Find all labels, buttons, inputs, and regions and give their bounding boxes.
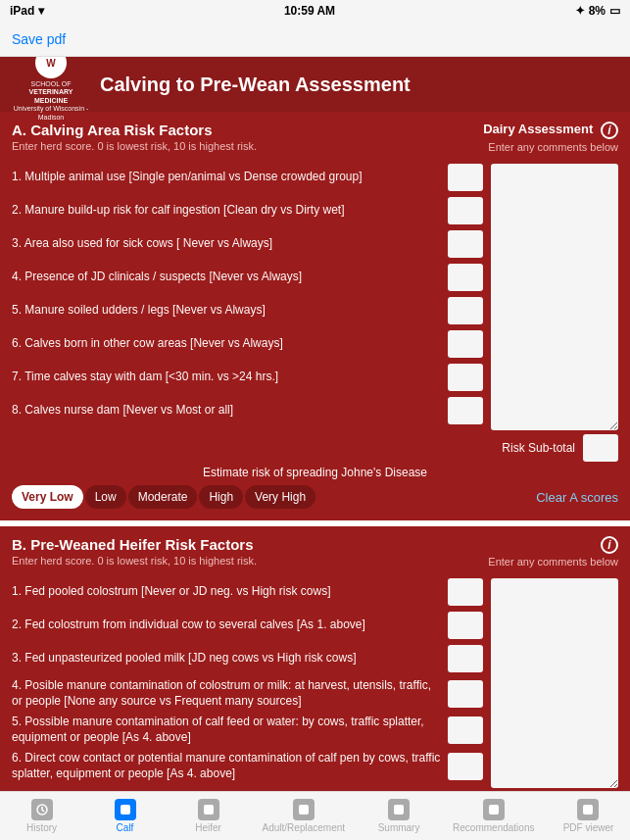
page-title: Calving to Pre-Wean Assessment [100, 74, 411, 96]
tab-recommendations-icon [483, 799, 505, 820]
wifi-icon: ▾ [38, 4, 44, 18]
risk-btn-moderate-a[interactable]: Moderate [128, 485, 198, 509]
section-a-comments-label: Enter any comments below [488, 141, 618, 153]
tab-pdf-viewer[interactable]: PDF viewer [558, 799, 617, 833]
list-item: 4. Posible manure contamination of colos… [12, 678, 483, 709]
risk-btn-low-a[interactable]: Low [85, 485, 126, 509]
item-a8-text: 8. Calves nurse dam [Never vs Most or al… [12, 403, 448, 419]
section-b-subtext: Enter herd score. 0 is lowest risk, 10 i… [12, 555, 488, 567]
logo-icon: W [46, 58, 55, 69]
list-item: 6. Calves born in other cow areas [Never… [12, 330, 483, 358]
item-b1-input[interactable] [448, 578, 483, 606]
item-a7-input[interactable] [448, 364, 483, 391]
risk-btn-very-low-a[interactable]: Very Low [12, 485, 83, 509]
svg-rect-6 [583, 805, 593, 815]
section-a-comments[interactable] [491, 164, 618, 430]
list-item: 6. Direct cow contact or potential manur… [12, 751, 483, 781]
tab-bar: History Calf Heifer Adult/Replacement Su… [0, 791, 630, 840]
item-a8-input[interactable] [448, 397, 483, 424]
list-item: 8. Calves nurse dam [Never vs Most or al… [12, 397, 483, 424]
item-a1-text: 1. Multiple animal use [Single pen/anima… [12, 170, 448, 185]
item-b2-text: 2. Fed colostrum from individual cow to … [12, 618, 448, 633]
dairy-assessment-label: Dairy Assessment [483, 122, 593, 136]
section-a-items-list: 1. Multiple animal use [Single pen/anima… [12, 164, 483, 430]
section-b-comments[interactable] [491, 578, 618, 788]
section-b-items-with-comment: 1. Fed pooled colostrum [Never or JD neg… [12, 578, 618, 788]
tab-pdf-viewer-icon [577, 799, 599, 820]
section-a-top: A. Calving Area Risk Factors Enter herd … [12, 122, 618, 160]
section-a-subtotal-input[interactable] [583, 434, 618, 462]
item-a3-input[interactable] [448, 230, 483, 258]
list-item: 5. Manure soiled udders / legs [Never vs… [12, 297, 483, 324]
item-b3-input[interactable] [448, 645, 483, 672]
tab-heifer-icon [198, 799, 219, 820]
svg-rect-1 [121, 805, 130, 815]
item-b5-text: 5. Possible manure contamination of calf… [12, 715, 448, 745]
tab-recommendations-label: Recommendations [453, 822, 534, 833]
save-pdf-button[interactable]: Save pdf [12, 31, 66, 47]
list-item: 2. Fed colostrum from individual cow to … [12, 612, 483, 639]
section-b-items-list: 1. Fed pooled colostrum [Never or JD neg… [12, 578, 483, 788]
item-b2-input[interactable] [448, 612, 483, 639]
clear-a-scores-button[interactable]: Clear A scores [536, 490, 618, 505]
tab-summary[interactable]: Summary [369, 799, 428, 833]
section-a-subtotal-row: Risk Sub-total [12, 434, 618, 462]
list-item: 4. Presence of JD clinicals / suspects [… [12, 264, 483, 291]
risk-btn-high-a[interactable]: High [199, 485, 243, 509]
item-a3-text: 3. Area also used for sick cows [ Never … [12, 236, 448, 252]
item-b6-input[interactable] [448, 753, 483, 780]
tab-history-label: History [26, 822, 57, 833]
svg-rect-5 [489, 805, 499, 815]
list-item: 1. Multiple animal use [Single pen/anima… [12, 164, 483, 191]
tab-history[interactable]: History [13, 799, 72, 833]
device-label: iPad [10, 4, 34, 18]
tab-heifer[interactable]: Heifer [179, 799, 238, 833]
section-b-right: i Enter any comments below [488, 536, 618, 568]
main-content: A. Calving Area Risk Factors Enter herd … [0, 112, 630, 840]
item-a1-input[interactable] [448, 164, 483, 191]
section-a-estimate-text: Estimate risk of spreading Johne's Disea… [12, 466, 618, 479]
item-b6-text: 6. Direct cow contact or potential manur… [12, 751, 448, 781]
risk-btn-very-high-a[interactable]: Very High [245, 485, 315, 509]
item-a7-text: 7. Time calves stay with dam [<30 min. v… [12, 370, 448, 385]
tab-history-icon [31, 799, 53, 820]
svg-rect-4 [394, 805, 404, 815]
list-item: 3. Area also used for sick cows [ Never … [12, 230, 483, 258]
item-b5-input[interactable] [448, 716, 483, 744]
item-b4-input[interactable] [448, 680, 483, 708]
section-a-risk-row: Very Low Low Moderate High Very High Cle… [12, 485, 618, 509]
section-a-info-icon[interactable]: i [601, 122, 618, 139]
item-a5-input[interactable] [448, 297, 483, 324]
svg-rect-2 [204, 805, 214, 815]
status-bar: iPad ▾ 10:59 AM ✦ 8% ▭ [0, 0, 630, 22]
list-item: 3. Fed unpasteurized pooled milk [JD neg… [12, 645, 483, 672]
section-a-subtext: Enter herd score. 0 is lowest risk, 10 i… [12, 140, 483, 152]
section-a-subtotal-label: Risk Sub-total [502, 441, 575, 455]
list-item: 2. Manure build-up risk for calf ingesti… [12, 197, 483, 224]
section-b-info-icon[interactable]: i [601, 536, 618, 554]
item-a6-input[interactable] [448, 330, 483, 358]
item-b1-text: 1. Fed pooled colostrum [Never or JD neg… [12, 584, 448, 600]
list-item: 1. Fed pooled colostrum [Never or JD neg… [12, 578, 483, 606]
tab-adult[interactable]: Adult/Replacement [263, 799, 346, 833]
section-a-left: A. Calving Area Risk Factors Enter herd … [12, 122, 483, 160]
tab-recommendations[interactable]: Recommendations [453, 799, 534, 833]
section-a: A. Calving Area Risk Factors Enter herd … [0, 112, 630, 520]
school-name: SCHOOL OF VETERINARY MEDICINE University… [12, 80, 90, 122]
nav-bar: Save pdf [0, 22, 630, 57]
bluetooth-icon: ✦ [575, 4, 585, 18]
list-item: 7. Time calves stay with dam [<30 min. v… [12, 364, 483, 391]
list-item: 5. Possible manure contamination of calf… [12, 715, 483, 745]
item-a2-input[interactable] [448, 197, 483, 224]
item-a4-input[interactable] [448, 264, 483, 291]
logo-area: W SCHOOL OF VETERINARY MEDICINE Universi… [12, 47, 90, 122]
app-header: W SCHOOL OF VETERINARY MEDICINE Universi… [0, 57, 630, 112]
tab-heifer-label: Heifer [195, 822, 221, 833]
item-b3-text: 3. Fed unpasteurized pooled milk [JD neg… [12, 651, 448, 667]
item-a4-text: 4. Presence of JD clinicals / suspects [… [12, 270, 448, 285]
tab-calf[interactable]: Calf [96, 799, 155, 833]
section-b-left: B. Pre-Weaned Heifer Risk Factors Enter … [12, 536, 488, 574]
item-a5-text: 5. Manure soiled udders / legs [Never vs… [12, 303, 448, 319]
item-b4-text: 4. Posible manure contamination of colos… [12, 678, 448, 709]
tab-summary-icon [388, 799, 410, 820]
